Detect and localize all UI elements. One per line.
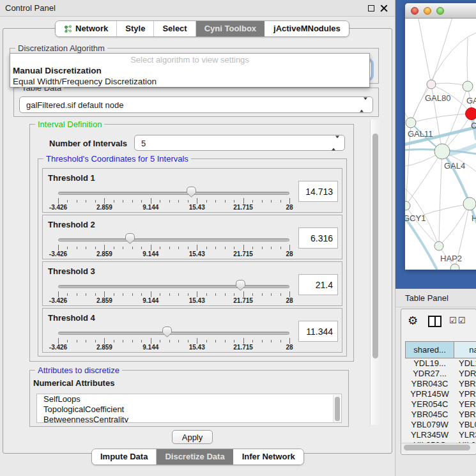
zoom-traffic-light-icon[interactable] — [436, 7, 444, 15]
tab-impute-data[interactable]: Impute Data — [92, 449, 156, 464]
threshold-value-field[interactable] — [298, 227, 338, 249]
slider-tick — [58, 245, 59, 250]
threshold-label: Threshold 4 — [48, 313, 95, 323]
select-columns-checkbox-icons[interactable]: ☑☑ — [449, 316, 466, 325]
dropdown-prompt: Select algorithm to view settings — [10, 54, 369, 65]
number-of-intervals-label: Number of Intervals — [49, 139, 127, 148]
threshold-panel: Threshold 2 -3.4262.8599.14415.4321.7152… — [42, 215, 342, 259]
table-header: shared... name — [405, 341, 476, 358]
slider-track[interactable] — [58, 238, 289, 242]
table-row[interactable]: YER054CYER0 — [405, 399, 476, 410]
tab-network[interactable]: Network — [56, 21, 116, 36]
threshold-value-field[interactable] — [298, 181, 338, 202]
slider-thumb[interactable] — [125, 233, 135, 245]
slider-tick — [86, 293, 86, 296]
threshold-label: Threshold 3 — [48, 266, 95, 276]
tab-style[interactable]: Style — [116, 21, 153, 36]
network-nodes[interactable] — [405, 80, 476, 270]
tab-infer-network[interactable]: Infer Network — [233, 449, 303, 464]
slider-tick — [206, 200, 207, 203]
dropdown-item-manual-discretization[interactable]: Manual Discretization — [10, 65, 369, 76]
number-of-intervals-combobox[interactable]: 5 — [134, 135, 345, 151]
slider-track[interactable] — [58, 332, 289, 335]
slider-tick — [234, 247, 234, 249]
slider-tick — [289, 198, 290, 204]
slider-scale: -3.4262.8599.14415.4321.71528 — [58, 297, 289, 305]
tab-discretize-data[interactable]: Discretize Data — [156, 449, 233, 464]
table-row[interactable]: YDR27...YDR2 — [405, 369, 476, 379]
numerical-attributes-list[interactable]: SelfLoopsTopologicalCoefficientBetweenne… — [36, 394, 342, 423]
slider-tick — [225, 340, 226, 342]
minimize-traffic-light-icon[interactable] — [424, 7, 431, 15]
slider-track[interactable] — [58, 285, 289, 288]
close-traffic-light-icon[interactable] — [411, 7, 418, 15]
list-scrollbar[interactable] — [333, 395, 341, 423]
slider-scale-label: 2.859 — [96, 204, 112, 211]
horizontal-scrollbar[interactable] — [402, 443, 476, 452]
tab-label: Style — [125, 21, 145, 36]
close-icon[interactable] — [380, 4, 388, 12]
table-row[interactable]: YBR045CYBR0 — [405, 410, 476, 420]
slider-tick — [188, 293, 188, 296]
tab-jactivemnodules[interactable]: jActiveMNodules — [265, 21, 349, 36]
attribute-item[interactable]: BetweennessCentrality — [37, 415, 341, 423]
slider-scale-label: -3.426 — [49, 297, 67, 304]
threshold-value-field[interactable] — [298, 274, 338, 295]
scrollbar-thumb[interactable] — [372, 134, 378, 358]
slider-thumb[interactable] — [162, 326, 173, 338]
slider-tick — [141, 340, 142, 342]
slider-thumb[interactable] — [235, 279, 246, 291]
vertical-scrollbar[interactable] — [370, 119, 380, 425]
gear-icon[interactable]: ⚙ — [408, 314, 418, 327]
algorithm-dropdown-popup: Select algorithm to view settings Manual… — [10, 53, 370, 88]
slider-scale-label: 21.715 — [233, 344, 253, 351]
table-row[interactable]: YLR345WYLR3 — [405, 430, 476, 440]
scrollbar-thumb[interactable] — [404, 445, 470, 450]
cell-shared-name: YPR145W — [405, 389, 454, 399]
dropdown-item-equal-width-frequency[interactable]: Equal Width/Frequency Discretization — [10, 76, 369, 87]
table-row[interactable]: YDL19...YDL1 — [405, 358, 476, 369]
slider-tick — [252, 293, 253, 296]
float-window-icon[interactable] — [368, 5, 374, 12]
column-header-name[interactable]: name — [454, 341, 476, 358]
cell-name: YLR3 — [454, 430, 476, 440]
slider-tick — [271, 200, 272, 203]
attribute-item[interactable]: SelfLoops — [37, 394, 341, 404]
slider-tick — [225, 293, 226, 296]
tab-label: Impute Data — [100, 449, 148, 464]
slider-tick — [188, 247, 188, 249]
attribute-item[interactable]: TopologicalCoefficient — [37, 404, 341, 415]
slider-track[interactable] — [58, 192, 289, 195]
slider-scale-label: 21.715 — [233, 250, 253, 257]
tab-label: Infer Network — [242, 449, 295, 464]
cell-name: YDR2 — [454, 369, 476, 379]
network-canvas[interactable]: GAL80 GA C GAL11 GAL4 GCY1 H HAP2 — [405, 19, 476, 270]
slider-tick — [104, 198, 105, 204]
tab-select[interactable]: Select — [153, 21, 195, 36]
table-row[interactable]: YPR145WYPR1 — [405, 389, 476, 399]
slider-thumb[interactable] — [186, 186, 197, 198]
slider-tick — [77, 200, 77, 203]
slider-tick — [289, 245, 290, 250]
slider-scale: -3.4262.8599.14415.4321.71528 — [58, 204, 289, 211]
tab-cyni-toolbox[interactable]: Cyni Toolbox — [196, 21, 265, 36]
slider-tick — [280, 293, 281, 296]
cell-shared-name: YER054C — [405, 399, 454, 410]
slider-tick — [67, 293, 68, 296]
slider-scale-label: 2.859 — [96, 344, 112, 351]
column-header-shared-name[interactable]: shared... — [405, 341, 454, 358]
slider-tick — [132, 247, 133, 249]
threshold-value-field[interactable] — [298, 321, 338, 342]
scrollbar-thumb[interactable] — [335, 397, 340, 421]
group-title: Threshold's Coordinates for 5 Intervals — [43, 154, 191, 164]
table-row[interactable]: YBL079WYBL0 — [405, 420, 476, 430]
slider-scale-label: 9.144 — [142, 297, 158, 304]
apply-button[interactable]: Apply — [172, 430, 213, 444]
slider-tick — [243, 245, 244, 250]
node-h — [463, 197, 476, 210]
slider-scale-label: 9.144 — [142, 344, 158, 351]
table-data-combobox[interactable]: galFiltered.sif default node — [19, 96, 373, 113]
table-row[interactable]: YBR043CYBR0 — [405, 379, 476, 389]
columns-icon[interactable] — [428, 316, 441, 327]
slider-ticks — [58, 245, 289, 250]
